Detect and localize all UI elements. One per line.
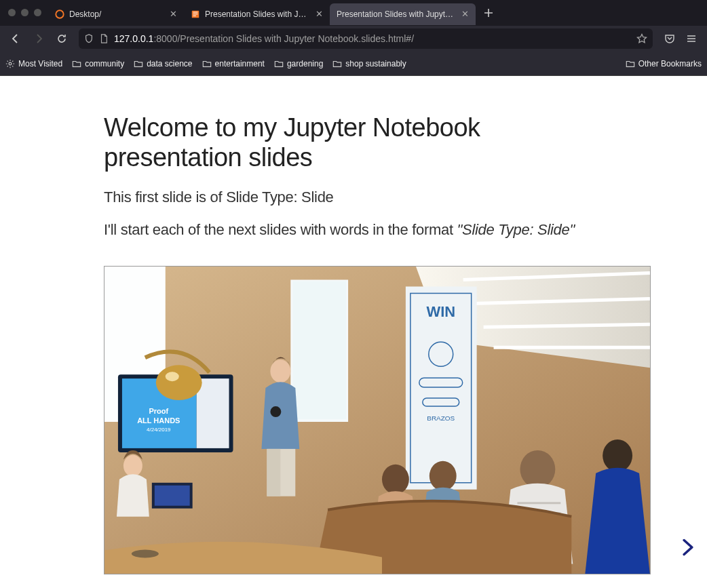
page-icon [99,34,109,43]
page-content: Welcome to my Jupyter Notebook presentat… [0,76,707,588]
svg-point-29 [156,366,202,401]
svg-point-5 [9,62,12,65]
bookmark-label: community [85,59,124,68]
jupyter-icon [55,9,64,19]
window-close-icon[interactable] [8,9,16,16]
slide-title: Welcome to my Jupyter Notebook presentat… [104,113,605,172]
svg-point-31 [270,360,290,383]
folder-icon [332,59,342,68]
svg-rect-14 [292,281,346,419]
svg-text:WIN: WIN [426,304,455,321]
tab-title: Presentation Slides with Jupyter Not [337,9,457,19]
bookmark-shop-sustainably[interactable]: shop sustainably [332,59,406,68]
nav-toolbar: 127.0.0.1:8000/Presentation Slides with … [0,26,707,53]
tab-slides-active[interactable]: Presentation Slides with Jupyter Not ✕ [330,3,476,25]
tab-title: Presentation Slides with Jupyter [205,9,311,19]
folder-icon [626,59,635,68]
slide-body-emph: "Slide Type: Slide" [457,221,575,238]
back-button[interactable] [5,28,26,49]
svg-text:Proof: Proof [149,407,168,415]
svg-rect-33 [267,449,280,496]
svg-rect-37 [155,486,190,506]
bookmark-other[interactable]: Other Bookmarks [626,59,702,68]
svg-point-42 [132,550,159,558]
svg-point-35 [123,455,142,477]
bookmark-label: Most Visited [18,59,62,68]
close-icon[interactable]: ✕ [170,9,177,18]
svg-rect-2 [193,12,198,12]
bookmark-label: data science [147,59,192,68]
window-maximize-icon[interactable] [34,9,41,16]
shield-icon[interactable] [84,34,94,43]
reload-button[interactable] [52,28,72,49]
url-path: :8000/Presentation Slides with Jupyter N… [153,33,414,44]
folder-icon [274,59,284,68]
svg-rect-3 [193,14,198,14]
menu-icon[interactable] [681,28,702,49]
bookmark-most-visited[interactable]: Most Visited [5,59,62,68]
tab-title: Desktop/ [69,9,165,19]
pocket-icon[interactable] [660,28,680,49]
close-icon[interactable]: ✕ [461,9,469,18]
bookmark-label: shop sustainably [345,59,406,68]
folder-icon [134,59,143,68]
slide: Welcome to my Jupyter Notebook presentat… [0,76,707,588]
svg-rect-4 [193,16,196,16]
url-bar[interactable]: 127.0.0.1:8000/Presentation Slides with … [79,28,653,49]
slide-body-text: I'll start each of the next slides with … [104,221,457,238]
bookmark-entertainment[interactable]: entertainment [202,59,265,68]
bookmark-data-science[interactable]: data science [134,59,192,68]
bookmark-star-icon[interactable] [636,33,647,44]
slide-subtitle: This first slide is of Slide Type: Slide [104,189,605,206]
next-slide-button[interactable] [679,538,698,557]
folder-icon [202,59,212,68]
bookmark-label: gardening [287,59,323,68]
url-text: 127.0.0.1:8000/Presentation Slides with … [114,33,631,44]
bookmarks-bar: Most Visited community data science ente… [0,52,707,75]
tab-strip: Desktop/ ✕ Presentation Slides with Jupy… [0,0,707,26]
svg-point-30 [166,372,179,382]
new-tab-button[interactable] [480,4,497,22]
svg-point-0 [56,10,63,18]
forward-button[interactable] [28,28,49,49]
folder-icon [72,59,81,68]
tab-desktop[interactable]: Desktop/ ✕ [48,3,184,25]
tab-notebook[interactable]: Presentation Slides with Jupyter ✕ [184,3,330,25]
slide-body: I'll start each of the next slides with … [104,221,605,239]
svg-point-41 [603,439,632,472]
close-icon[interactable]: ✕ [316,9,323,18]
bookmark-label: entertainment [215,59,265,68]
svg-point-38 [382,465,409,494]
browser-chrome: Desktop/ ✕ Presentation Slides with Jupy… [0,0,707,76]
svg-point-40 [520,450,555,488]
svg-text:ALL HANDS: ALL HANDS [137,416,180,425]
window-minimize-icon[interactable] [21,9,28,16]
svg-point-39 [429,461,457,491]
svg-text:BRAZOS: BRAZOS [427,414,455,422]
svg-rect-27 [197,379,229,449]
bookmark-gardening[interactable]: gardening [274,59,323,68]
url-host: 127.0.0.1 [114,33,153,44]
svg-point-34 [270,406,281,417]
svg-text:4/24/2019: 4/24/2019 [147,427,171,433]
toolbar-right [660,28,702,49]
window-controls [5,9,48,16]
slide-image: WIN BRAZOS Proof ALL HANDS 4/24/2019 [104,266,651,574]
bookmark-community[interactable]: community [72,59,124,68]
bookmark-label: Other Bookmarks [638,59,702,68]
gear-icon [5,59,15,68]
notebook-icon [191,9,200,19]
